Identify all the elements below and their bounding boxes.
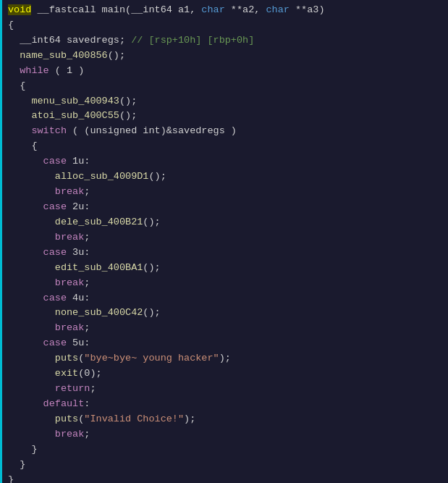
code-token: "bye~bye~ young hacker" (84, 353, 219, 364)
code-token: switch (31, 125, 67, 136)
code-line: exit(0); (2, 366, 448, 382)
code-token: (); (143, 217, 160, 227)
code-token: { (8, 20, 14, 30)
code-line: dele_sub_400B21(); (2, 215, 448, 230)
code-token: exit (8, 368, 78, 379)
code-line: break; (2, 276, 448, 291)
code-token: ( (unsigned int)&savedregs ) (67, 125, 237, 136)
code-token (8, 322, 55, 333)
code-token: return (55, 383, 90, 394)
code-token: **a2, (225, 4, 266, 15)
code-token: 5u: (67, 337, 90, 348)
code-token: ); (219, 353, 231, 364)
code-token: } (8, 459, 25, 470)
code-token (8, 429, 55, 440)
code-token: __int64 savedregs; (8, 35, 131, 46)
code-token (8, 232, 55, 243)
code-token: __fastcall main(__int64 a1, (31, 4, 201, 15)
code-line: switch ( (unsigned int)&savedregs ) (2, 124, 448, 139)
code-token: none_sub_400C42 (8, 307, 143, 318)
code-token: 3u: (67, 247, 90, 258)
code-token: name_sub_400856 (8, 50, 108, 61)
code-token: void (8, 4, 31, 15)
code-token: break (55, 186, 85, 197)
code-line: edit_sub_400BA1(); (2, 261, 448, 276)
code-token: case (43, 293, 67, 303)
code-token (8, 65, 20, 76)
code-token: break (55, 232, 85, 243)
code-token: { (8, 140, 38, 151)
code-token: (0); (78, 368, 101, 379)
code-token: ; (84, 322, 90, 333)
code-line: case 2u: (2, 200, 448, 215)
code-token: "Invalid Choice!" (84, 413, 184, 424)
code-line: break; (2, 427, 448, 442)
code-line: { (2, 79, 448, 94)
code-token: (); (143, 307, 160, 318)
code-token: ; (84, 429, 90, 440)
code-token: 2u: (67, 201, 90, 212)
code-token: ; (84, 186, 90, 197)
code-token: } (8, 474, 14, 483)
code-token: char (201, 4, 224, 15)
code-line: break; (2, 321, 448, 336)
code-line: { (2, 18, 448, 33)
code-token (8, 277, 55, 288)
code-token: : (84, 398, 90, 409)
code-line: default: (2, 397, 448, 412)
code-token: 1u: (67, 156, 90, 167)
code-token (8, 337, 43, 348)
code-token: (); (143, 262, 160, 273)
code-token: break (55, 429, 85, 440)
code-line: case 4u: (2, 291, 448, 306)
code-line: } (2, 442, 448, 458)
code-line: return; (2, 382, 448, 397)
code-token: menu_sub_400943 (8, 96, 119, 106)
code-token: ; (90, 383, 96, 394)
code-token: dele_sub_400B21 (8, 217, 143, 227)
code-token: puts (8, 413, 78, 424)
code-token (8, 293, 43, 303)
code-token: // [rsp+10h] [rbp+0h] (131, 35, 254, 46)
code-token (8, 201, 43, 212)
code-token: case (43, 337, 67, 348)
code-token: (); (119, 110, 137, 121)
code-token: ); (184, 413, 195, 424)
code-token: case (43, 156, 67, 167)
code-token: (); (119, 96, 137, 106)
code-token: case (43, 201, 67, 212)
code-token: **a3) (289, 4, 325, 15)
code-line: none_sub_400C42(); (2, 306, 448, 321)
code-line: case 5u: (2, 336, 448, 351)
code-token: (); (148, 171, 166, 182)
code-line: break; (2, 230, 448, 245)
code-token: ; (84, 232, 90, 243)
code-token: atoi_sub_400C55 (8, 110, 119, 121)
code-token: while (20, 65, 49, 76)
code-token (8, 383, 55, 394)
code-token: case (43, 247, 67, 258)
code-token: (); (108, 50, 125, 61)
code-line: case 3u: (2, 245, 448, 261)
code-token: 4u: (67, 293, 90, 303)
code-line: case 1u: (2, 154, 448, 169)
code-token (8, 156, 43, 167)
code-line: atoi_sub_400C55(); (2, 109, 448, 124)
code-line: while ( 1 ) (2, 64, 448, 79)
code-token: ( 1 ) (49, 65, 85, 76)
code-line: { (2, 139, 448, 154)
code-line: menu_sub_400943(); (2, 94, 448, 109)
code-line: break; (2, 185, 448, 200)
code-token (8, 125, 31, 136)
code-line: } (2, 473, 448, 483)
code-token (8, 186, 55, 197)
code-token (8, 398, 43, 409)
code-line: puts("Invalid Choice!"); (2, 412, 448, 427)
code-line: __int64 savedregs; // [rsp+10h] [rbp+0h] (2, 33, 448, 49)
code-token: char (266, 4, 289, 15)
code-token (8, 247, 43, 258)
code-token: alloc_sub_4009D1 (8, 171, 148, 182)
code-token: edit_sub_400BA1 (8, 262, 143, 273)
code-token: ; (84, 277, 90, 288)
code-token: break (55, 277, 85, 288)
